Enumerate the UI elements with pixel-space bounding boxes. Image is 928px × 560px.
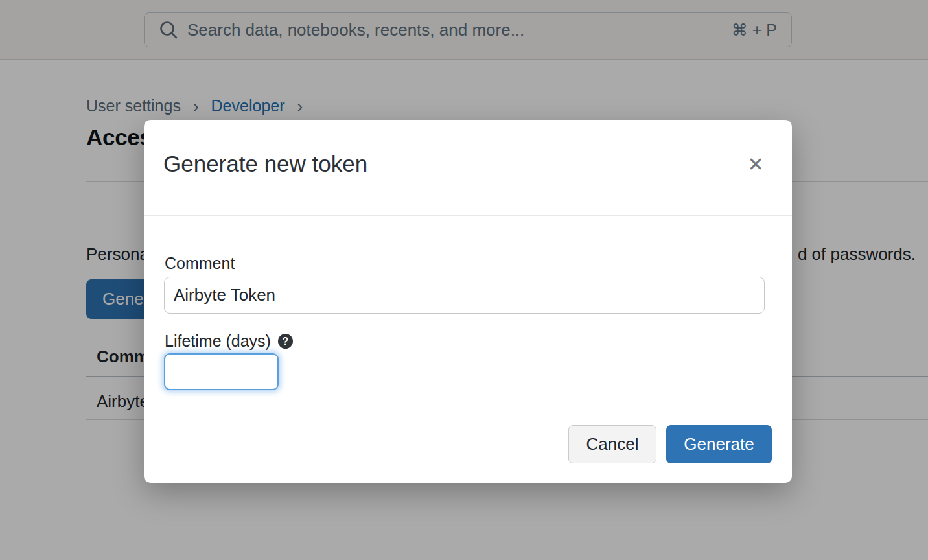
dialog-title: Generate new token [163,151,367,177]
dialog-header-divider [144,215,792,216]
lifetime-label-text: Lifetime (days) [165,332,271,351]
generate-token-dialog: Generate new token ✕ Comment Lifetime (d… [144,120,792,483]
dialog-footer: Cancel Generate [568,425,772,463]
comment-input[interactable] [164,277,765,314]
generate-button[interactable]: Generate [666,425,772,463]
cancel-button[interactable]: Cancel [568,425,656,463]
comment-label: Comment [165,254,235,273]
lifetime-label: Lifetime (days) ? [165,332,293,351]
help-icon[interactable]: ? [278,334,293,349]
lifetime-days-input[interactable] [164,353,279,390]
close-icon[interactable]: ✕ [743,152,769,178]
